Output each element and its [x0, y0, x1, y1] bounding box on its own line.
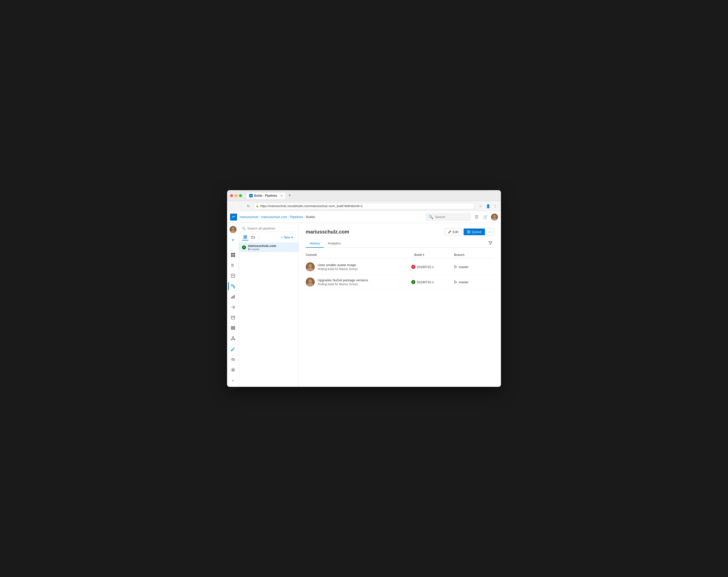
pipeline-branch: master: [248, 248, 276, 251]
build-number-2: 20190710.1: [411, 280, 451, 284]
svg-point-30: [249, 248, 249, 249]
pipeline-name: mariusschulz.com: [248, 244, 276, 248]
svg-rect-19: [231, 327, 235, 328]
pipeline-header: mariusschulz.com Edit Queue ⋯: [306, 228, 494, 235]
sidebar: 🔍 + New ▾: [239, 223, 299, 387]
commit-sub-1: Rolling build for Marius Schulz: [318, 267, 408, 271]
new-plus-icon: +: [281, 235, 283, 239]
url-bar[interactable]: 🔒 https://mariusschulz.visualstudio.com/…: [254, 203, 474, 209]
user-avatar[interactable]: [491, 214, 498, 220]
add-icon[interactable]: +: [228, 235, 238, 245]
branch-text-1: master: [459, 265, 469, 269]
svg-rect-0: [232, 215, 236, 219]
new-tab-button[interactable]: +: [287, 193, 292, 198]
tab-title: Builds - Pipelines: [254, 194, 277, 198]
sidebar-search: 🔍: [239, 225, 298, 232]
svg-point-24: [231, 339, 232, 340]
tab-navigation: History Analytics: [306, 239, 494, 248]
svg-point-31: [249, 250, 249, 251]
breadcrumb-builds: Builds: [306, 215, 315, 219]
tab-history[interactable]: History: [306, 239, 324, 248]
status-success-icon-2: [411, 280, 415, 284]
svg-rect-33: [467, 231, 470, 233]
commit-sub-2: Rolling build for Marius Schulz: [318, 283, 408, 286]
browser-tab[interactable]: A Builds - Pipelines ✕: [246, 192, 286, 199]
svg-point-2: [493, 215, 496, 217]
release-nav-icon[interactable]: [228, 302, 238, 312]
testplans-nav-icon[interactable]: [228, 271, 238, 281]
build-row-1[interactable]: Uses smaller avatar image Rolling build …: [306, 259, 494, 274]
breadcrumb-org[interactable]: mariusschulz: [239, 215, 258, 219]
list-view-button[interactable]: [242, 234, 249, 240]
pipelines-nav-icon[interactable]: [228, 281, 238, 291]
commit-avatar-1: [306, 262, 315, 271]
svg-point-21: [232, 338, 234, 339]
svg-rect-7: [231, 253, 233, 255]
commit-avatar-2: [306, 278, 315, 287]
sidebar-search-input[interactable]: [247, 227, 295, 230]
tab-close-button[interactable]: ✕: [280, 194, 283, 198]
library-nav-icon[interactable]: [228, 313, 238, 323]
svg-point-38: [454, 268, 456, 268]
task-groups-nav-icon[interactable]: [228, 323, 238, 333]
col-build-header: Build #: [414, 253, 454, 257]
sidebar-search-icon: 🔍: [242, 227, 246, 230]
queue-label: Queue: [472, 230, 482, 234]
svg-rect-17: [231, 316, 235, 319]
svg-point-5: [232, 228, 234, 230]
url-text: https://mariusschulz.visualstudio.com/ma…: [260, 204, 363, 208]
address-bar: ← → ↻ 🔒 https://mariusschulz.visualstudi…: [227, 201, 501, 211]
filter-button[interactable]: [487, 239, 494, 246]
breadcrumb-sep-3: /: [304, 215, 305, 219]
queue-button[interactable]: Queue: [464, 229, 485, 235]
analytics-nav-icon[interactable]: [228, 292, 238, 302]
new-pipeline-button[interactable]: + New ▾: [278, 235, 295, 240]
header-search[interactable]: 🔍: [426, 213, 471, 220]
reload-button[interactable]: ↻: [245, 203, 252, 209]
azure-devops-logo[interactable]: [230, 214, 237, 220]
build-row-2[interactable]: Upgrades NuGet package versions Rolling …: [306, 274, 494, 290]
settings-nav-icon[interactable]: [228, 365, 238, 375]
notifications-icon[interactable]: ☰: [473, 214, 480, 220]
tab-bar: A Builds - Pipelines ✕ +: [246, 192, 498, 199]
user-avatar-rail[interactable]: [228, 225, 238, 235]
branch-text-2: master: [459, 280, 469, 284]
user-profile-browser-icon[interactable]: 👤: [485, 203, 491, 209]
forward-button[interactable]: →: [237, 203, 243, 209]
tab-analytics[interactable]: Analytics: [324, 239, 344, 248]
edit-button[interactable]: Edit: [444, 228, 462, 235]
breadcrumb-pipelines[interactable]: Pipelines: [290, 215, 303, 219]
lab-nav-icon[interactable]: 🧪: [228, 344, 238, 354]
svg-rect-14: [231, 297, 232, 298]
boards-nav-icon[interactable]: [228, 250, 238, 260]
svg-rect-16: [234, 295, 235, 298]
basket-icon[interactable]: 🛒: [482, 214, 489, 220]
deployment-groups-nav-icon[interactable]: [228, 334, 238, 343]
breadcrumb-project[interactable]: mariusschulz.com: [261, 215, 287, 219]
minimize-button[interactable]: [235, 194, 237, 197]
search-input[interactable]: [435, 215, 468, 219]
folder-view-button[interactable]: [250, 234, 256, 240]
collapse-nav-icon[interactable]: »: [228, 375, 238, 385]
svg-rect-29: [245, 237, 247, 238]
more-options-icon[interactable]: ⋮: [492, 203, 498, 209]
pipeline-list-item[interactable]: mariusschulz.com master: [239, 242, 298, 252]
pipeline-status-success-icon: [242, 245, 246, 250]
svg-rect-13: [233, 287, 235, 288]
close-button[interactable]: [230, 194, 233, 197]
table-header: Commit Build # Branch: [306, 252, 494, 258]
pipeline-info: mariusschulz.com master: [248, 244, 276, 251]
svg-rect-20: [231, 329, 235, 330]
build-number-1: 20190722.1: [411, 265, 451, 269]
breadcrumb-sep-1: /: [259, 215, 260, 219]
back-button[interactable]: ←: [230, 203, 236, 209]
svg-point-25: [232, 369, 234, 371]
fullscreen-button[interactable]: [239, 194, 242, 197]
app-header: mariusschulz / mariusschulz.com / Pipeli…: [227, 211, 501, 223]
marketplace-nav-icon[interactable]: 🛍: [228, 355, 238, 364]
repos-nav-icon[interactable]: [228, 260, 238, 270]
more-options-button[interactable]: ⋯: [487, 228, 494, 235]
svg-point-37: [454, 266, 456, 266]
bookmark-icon[interactable]: ☆: [477, 203, 484, 209]
main-content: mariusschulz.com Edit Queue ⋯: [299, 223, 501, 387]
